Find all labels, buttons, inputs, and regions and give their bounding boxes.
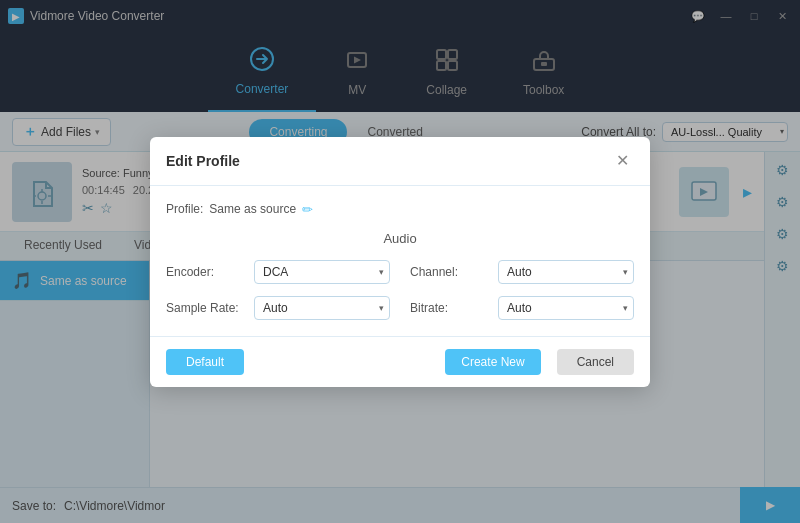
modal-footer: Default Create New Cancel <box>150 336 650 387</box>
profile-label: Profile: <box>166 202 203 216</box>
channel-label: Channel: <box>410 265 490 279</box>
profile-row: Profile: Same as source ✏ <box>166 202 634 217</box>
cancel-button[interactable]: Cancel <box>557 349 634 375</box>
edit-profile-modal: Edit Profile ✕ Profile: Same as source ✏… <box>150 137 650 387</box>
profile-value: Same as source <box>209 202 296 216</box>
channel-group: Channel: Auto Stereo Mono 5.1 ▾ <box>410 260 634 284</box>
default-button[interactable]: Default <box>166 349 244 375</box>
encoder-label: Encoder: <box>166 265 246 279</box>
channel-select-wrap: Auto Stereo Mono 5.1 ▾ <box>498 260 634 284</box>
bitrate-group: Bitrate: Auto 128 kbps 192 kbps 320 kbps… <box>410 296 634 320</box>
sample-rate-group: Sample Rate: Auto 44100 Hz 48000 Hz 2205… <box>166 296 390 320</box>
channel-select[interactable]: Auto Stereo Mono 5.1 <box>498 260 634 284</box>
audio-section-label: Audio <box>166 231 634 246</box>
modal-overlay: Edit Profile ✕ Profile: Same as source ✏… <box>0 0 800 523</box>
sample-rate-select[interactable]: Auto 44100 Hz 48000 Hz 22050 Hz <box>254 296 390 320</box>
profile-edit-icon[interactable]: ✏ <box>302 202 313 217</box>
footer-right: Create New Cancel <box>445 349 634 375</box>
encoder-select-wrap: DCA AAC MP3 AC3 ▾ <box>254 260 390 284</box>
bitrate-select[interactable]: Auto 128 kbps 192 kbps 320 kbps <box>498 296 634 320</box>
encoder-select[interactable]: DCA AAC MP3 AC3 <box>254 260 390 284</box>
bitrate-select-wrap: Auto 128 kbps 192 kbps 320 kbps ▾ <box>498 296 634 320</box>
sample-rate-select-wrap: Auto 44100 Hz 48000 Hz 22050 Hz ▾ <box>254 296 390 320</box>
modal-body: Profile: Same as source ✏ Audio Encoder:… <box>150 186 650 336</box>
form-grid: Encoder: DCA AAC MP3 AC3 ▾ Channel: <box>166 260 634 320</box>
modal-close-button[interactable]: ✕ <box>610 149 634 173</box>
modal-header: Edit Profile ✕ <box>150 137 650 186</box>
bitrate-label: Bitrate: <box>410 301 490 315</box>
create-new-button[interactable]: Create New <box>445 349 540 375</box>
modal-title: Edit Profile <box>166 153 240 169</box>
encoder-group: Encoder: DCA AAC MP3 AC3 ▾ <box>166 260 390 284</box>
sample-rate-label: Sample Rate: <box>166 301 246 315</box>
